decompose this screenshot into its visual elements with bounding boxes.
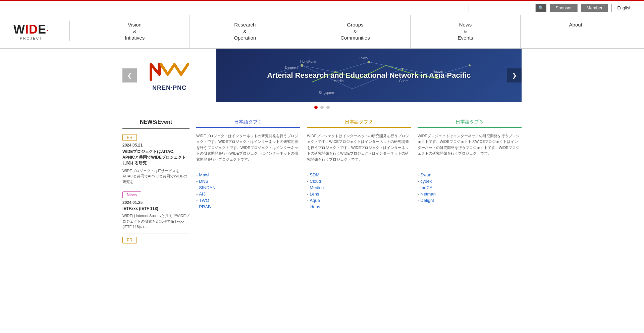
nren-icon [149, 59, 190, 83]
nav-groups[interactable]: Groups&Communities [300, 15, 411, 48]
member-button[interactable]: Member [581, 4, 608, 12]
banner-map: HongKong Tokyo Manila Guam Hawaii Daejeo… [216, 49, 522, 102]
tab-panel-3: 日本語タブ３ WIDEプロジェクトはインターネットの研究開発を行うプロジェクトで… [418, 119, 522, 163]
nav-about[interactable]: About [521, 15, 631, 48]
tab-panel-2: 日本語タブ２ WIDEプロジェクトはインターネットの研究開発を行うプロジェクトで… [307, 119, 411, 163]
sponsor-button[interactable]: Sponsor [550, 4, 577, 12]
svg-text:Hawaii: Hawaii [433, 70, 443, 73]
link-two[interactable]: -TWO [196, 198, 300, 203]
main-content: NEWS/Event PR 2024.05.21 WIDEプロジェクトはAITA… [0, 112, 644, 252]
tab-content-3: WIDEプロジェクトはインターネットの研究開発を行うプロジェクトです。WIDEプ… [418, 128, 522, 157]
svg-text:Manila: Manila [334, 79, 344, 83]
svg-point-11 [401, 68, 404, 70]
nren-text: NREN·PNC [152, 85, 186, 92]
logo-subtext: PROJECT [13, 37, 49, 40]
main-nav: Vision&Intiatives Research&Operation Gro… [80, 15, 631, 48]
tab-panels: 日本語タブ１ WIDEプロジェクトはインターネットの研究開発を行うプロジェクトで… [196, 119, 522, 163]
svg-text:Daejeon: Daejeon [285, 66, 298, 69]
news-item-2: News 2024.01.25 IETFxxx (IETF 118) WIDEは… [122, 191, 190, 230]
link-lens[interactable]: -Lens [307, 191, 411, 197]
link-medicri[interactable]: -Medicri [307, 185, 411, 190]
link-swan[interactable]: -Swan [418, 172, 522, 177]
svg-point-8 [301, 64, 303, 67]
tab-label-3[interactable]: 日本語タブ３ [418, 119, 522, 128]
news-badge-news[interactable]: News [122, 191, 141, 198]
svg-text:HongKong: HongKong [300, 60, 316, 63]
logo-area: WIDE· PROJECT [13, 19, 49, 44]
link-cybex[interactable]: -cybex [418, 179, 522, 184]
link-sdm[interactable]: -SDM [307, 172, 411, 177]
link-delight[interactable]: -Delight [418, 198, 522, 203]
banner-content: NREN·PNC [122, 49, 522, 102]
nren-logo: NREN·PNC [149, 59, 190, 92]
news-item-1: PR 2024.05.21 WIDEプロジェクトはAITAC、APNICと共同で… [122, 134, 190, 185]
link-sindan[interactable]: -SINDAN [196, 185, 300, 190]
link-ideas[interactable]: -ideas [307, 204, 411, 209]
link-cloud[interactable]: -Cloud [307, 179, 411, 184]
top-bar: 🔍 Sponsor Member English [0, 0, 644, 15]
tab-label-1[interactable]: 日本語タブ１ [196, 119, 300, 128]
svg-line-6 [302, 65, 352, 89]
svg-point-10 [368, 61, 370, 63]
logo-text: WIDE· [13, 22, 49, 37]
tab-label-2[interactable]: 日本語タブ２ [307, 119, 411, 128]
news-body-2: WIDEはInternet Societyと共同でWIDEプロジェクトの研究を2… [122, 213, 190, 230]
banner-wrapper: ❮ NREN·PNC [122, 49, 522, 112]
link-dns[interactable]: -DNS [196, 179, 300, 184]
right-panels: 日本語タブ１ WIDEプロジェクトはインターネットの研究開発を行うプロジェクトで… [196, 119, 522, 245]
link-moca[interactable]: -moCA [418, 185, 522, 190]
news-divider-1 [122, 188, 190, 188]
logo-divider [69, 21, 70, 41]
banner-indicators [122, 102, 522, 112]
svg-point-13 [469, 64, 471, 66]
tab-content-1: WIDEプロジェクトはインターネットの研究開発を行うプロジェクトです。WIDEプ… [196, 128, 300, 163]
news-badge-pr-3[interactable]: PR [122, 237, 137, 243]
news-headline-1[interactable]: WIDEプロジェクトはAITAC、APNICと共同でWIDEプロジェクトに関する… [122, 149, 190, 166]
search-button[interactable]: 🔍 [536, 4, 546, 12]
link-netman[interactable]: -Netman [418, 191, 522, 197]
news-headline-2[interactable]: IETFxxx (IETF 118) [122, 206, 190, 211]
svg-line-7 [352, 69, 402, 89]
link-mawi[interactable]: -Mawi [196, 172, 300, 177]
link-panel-1: -Mawi -DNS -SINDAN -AI3 -TWO -PRAB [196, 172, 300, 209]
english-button[interactable]: English [611, 4, 637, 12]
tab-panel-1: 日本語タブ１ WIDEプロジェクトはインターネットの研究開発を行うプロジェクトで… [196, 119, 300, 163]
search-input[interactable] [469, 4, 536, 12]
banner-prev-button[interactable]: ❮ [122, 68, 137, 82]
nav-vision[interactable]: Vision&Intiatives [80, 15, 190, 48]
link-panel-2: -SDM -Cloud -Medicri -Lens -Aqua -ideas [307, 172, 411, 209]
link-prab[interactable]: -PRAB [196, 204, 300, 209]
news-item-3: PR [122, 237, 190, 245]
news-date-1: 2024.05.21 [122, 143, 190, 148]
link-panels: -Mawi -DNS -SINDAN -AI3 -TWO -PRAB -SDM … [196, 169, 522, 209]
banner: ❮ NREN·PNC [122, 49, 522, 102]
news-sidebar: NEWS/Event PR 2024.05.21 WIDEプロジェクトはAITA… [122, 119, 190, 245]
news-sidebar-title: NEWS/Event [122, 119, 190, 129]
link-ai3[interactable]: -AI3 [196, 191, 300, 197]
news-date-2: 2024.01.25 [122, 200, 190, 205]
svg-point-12 [435, 74, 437, 77]
banner-next-button[interactable]: ❯ [507, 68, 522, 82]
news-body-1: WIDEプロジェクトはITサービスをAITACと共同でAPNICと共同でWIDE… [122, 168, 190, 185]
news-divider-2 [122, 233, 190, 233]
search-container: 🔍 [469, 4, 546, 12]
nav-research[interactable]: Research&Operation [190, 15, 300, 48]
svg-point-9 [334, 71, 336, 73]
link-aqua[interactable]: -Aqua [307, 198, 411, 203]
svg-text:Guam: Guam [399, 79, 408, 83]
banner-indicator-1[interactable] [314, 106, 318, 109]
svg-text:Tokyo: Tokyo [359, 56, 368, 60]
banner-indicator-3[interactable] [326, 106, 330, 109]
tab-content-2: WIDEプロジェクトはインターネットの研究開発を行うプロジェクトです。WIDEプ… [307, 128, 411, 163]
svg-line-2 [335, 62, 369, 72]
banner-indicator-2[interactable] [320, 106, 324, 109]
svg-line-1 [302, 65, 335, 72]
news-badge-pr-1[interactable]: PR [122, 134, 137, 141]
link-panel-3: -Swan -cybex -moCA -Netman -Delight [418, 172, 522, 209]
nav-news[interactable]: News&Events [411, 15, 521, 48]
header: WIDE· PROJECT Vision&Intiatives Research… [0, 15, 644, 49]
svg-text:Singapore: Singapore [319, 91, 334, 95]
banner-map-svg: HongKong Tokyo Manila Guam Hawaii Daejeo… [216, 49, 522, 102]
